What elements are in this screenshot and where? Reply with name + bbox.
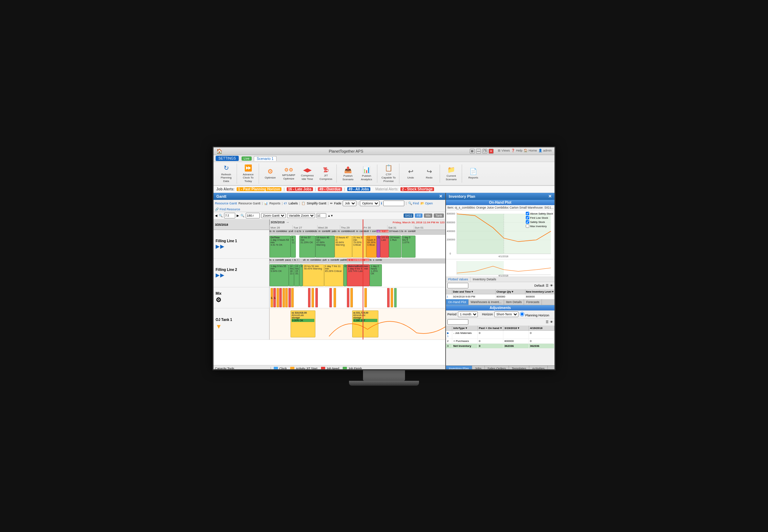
adj-search-input[interactable] bbox=[447, 319, 468, 325]
find-btn[interactable]: 🔍 Find bbox=[408, 202, 419, 205]
zoom-gantt-select[interactable]: Zoom Gantt bbox=[261, 213, 286, 218]
list-item[interactable] bbox=[285, 288, 288, 307]
search-input[interactable] bbox=[383, 201, 404, 206]
tab-templates[interactable]: Templates bbox=[509, 366, 529, 370]
simplify-btn[interactable]: 📋 bbox=[301, 202, 305, 205]
advance-clock-button[interactable]: ⏩ Advance Clock To Today bbox=[239, 163, 257, 184]
past-horizon-badge[interactable]: 1 - Past Planning Horizon bbox=[237, 187, 282, 191]
adj-grid-btn[interactable]: ☰ bbox=[546, 320, 549, 324]
list-item[interactable] bbox=[315, 288, 318, 307]
list-item[interactable] bbox=[350, 288, 353, 307]
list-item[interactable] bbox=[279, 288, 282, 307]
table-row[interactable]: 2 + Purchases 0 800000 0 bbox=[446, 339, 554, 344]
table-row[interactable]: 13 hrs 15 35.10% bbox=[294, 264, 299, 286]
list-item[interactable] bbox=[329, 288, 332, 307]
undo-button[interactable]: ↩ Undo bbox=[402, 165, 420, 182]
plotted-values-tab[interactable]: Plotted Values bbox=[446, 277, 470, 282]
onhand-grid-row[interactable]: 1 3/24/2018 9:00 PM 800000 800000 bbox=[446, 294, 554, 299]
zoom-left-arrow[interactable]: ◀ bbox=[215, 214, 217, 217]
publish-scenario-button[interactable]: 📤 Publish Scenario bbox=[339, 165, 357, 182]
reports-button[interactable]: 📄 Reports bbox=[464, 165, 482, 182]
redo-button[interactable]: ↪ Redo bbox=[420, 165, 438, 182]
tab-sales-orders[interactable]: Sales Orders bbox=[485, 366, 509, 370]
tab-forecasts[interactable]: Forecasts bbox=[524, 299, 542, 305]
table-row[interactable]: 20 hrs 52 min 58.45% Warning bbox=[303, 264, 324, 286]
inv-plan-close-btn[interactable]: ✕ bbox=[548, 194, 552, 199]
window-controls[interactable]: ⊞ — ❐ ✕ ⊞ Views ❓ Help 🏠 Home 👤 admin bbox=[470, 149, 552, 154]
scenario-tab[interactable]: Scenario 1 bbox=[254, 156, 277, 161]
table-row[interactable]: 3 Net Inventory 0 362336 362336 bbox=[446, 344, 554, 349]
table-row[interactable]: 1 day 9 hrs 55 min 9.94% OK bbox=[270, 264, 289, 286]
table-row[interactable]: 32 bbox=[377, 236, 380, 258]
views-link[interactable]: ⊞ Views bbox=[498, 149, 510, 154]
inventory-details-tab[interactable]: Inventory Details bbox=[470, 277, 498, 282]
optimize-button[interactable]: ⚙ Optimize bbox=[261, 165, 279, 182]
tab-inventory-plan[interactable]: Inventory Plan bbox=[446, 366, 472, 370]
list-item[interactable] bbox=[308, 288, 310, 307]
capacity-tools-link[interactable]: Capacity Tools bbox=[215, 367, 271, 370]
planning-horizon-radio[interactable]: Planning Horizon bbox=[520, 312, 549, 317]
grid-view-btn[interactable]: ☰ bbox=[546, 284, 549, 287]
refresh-planning-button[interactable]: ↻ Refresh Planning Data bbox=[217, 163, 235, 184]
find-resource-btn[interactable]: 🔗 Find Resource bbox=[215, 208, 240, 211]
table-row[interactable]: 10 hours 1 Run bbox=[389, 236, 401, 258]
safety-stock-checkbox[interactable] bbox=[526, 220, 529, 224]
resource-gantt-label[interactable]: Resource Gantt bbox=[215, 202, 237, 205]
list-item[interactable] bbox=[391, 288, 393, 307]
home-link[interactable]: 🏠 Home bbox=[524, 149, 537, 154]
fill-filter-btn[interactable]: Fill bbox=[415, 214, 423, 218]
table-row[interactable]: 6 hr 11.79 bbox=[291, 236, 296, 258]
table-row[interactable]: 39 bbox=[299, 264, 303, 286]
table-row[interactable]: 1 day 7 hrs 11 min 85.28% Critical bbox=[324, 264, 343, 286]
list-item[interactable] bbox=[291, 288, 294, 307]
window-minimize-btn[interactable]: — bbox=[476, 149, 481, 154]
admin-link[interactable]: 👤 admin bbox=[538, 149, 552, 154]
list-item[interactable] bbox=[277, 288, 279, 307]
max-inv-checkbox[interactable] bbox=[526, 224, 529, 228]
compress-idle-button[interactable]: ◀▶ Compress Idle Time bbox=[298, 165, 316, 182]
help-link[interactable]: ❓ Help bbox=[511, 149, 522, 154]
list-item[interactable] bbox=[312, 288, 314, 307]
reports-tool-btn[interactable]: 📊 bbox=[264, 202, 268, 205]
grid-search-input[interactable] bbox=[447, 283, 468, 288]
overdue-badge[interactable]: 49 - Overdue bbox=[318, 187, 342, 191]
tab-onhand-plot[interactable]: On-Hand Plot bbox=[446, 299, 469, 305]
stock-shortage-badge[interactable]: 2 - Stock Shortage bbox=[400, 187, 434, 191]
horizon-select[interactable]: Short-Term bbox=[494, 312, 518, 317]
table-row[interactable]: OnTime 1 day 3 hours 53 min 4.91 % OK bbox=[270, 236, 291, 258]
list-item[interactable] bbox=[288, 288, 291, 307]
all-jobs-badge[interactable]: 49 - All Jobs bbox=[347, 187, 371, 191]
publish-analytics-button[interactable]: 📊 Publish Analytics bbox=[357, 165, 376, 182]
mps-mrp-button[interactable]: ⚙⚙ MPS/MRP Optimize bbox=[280, 165, 298, 182]
table-row[interactable]: 18 hours 40 min 47.68% Warning bbox=[315, 236, 335, 258]
options-select[interactable]: Options bbox=[360, 201, 379, 206]
first-low-checkbox[interactable] bbox=[526, 216, 529, 219]
list-item[interactable]: v8 bbox=[273, 288, 276, 307]
tank-filter-btn[interactable]: Tank bbox=[434, 214, 444, 218]
table-row[interactable]: 698.00 bbox=[343, 264, 347, 286]
table-row[interactable]: 16 hrs 57 min 31.29% OK bbox=[299, 236, 315, 258]
list-item[interactable] bbox=[347, 288, 349, 307]
list-item[interactable] bbox=[364, 288, 367, 307]
mix-filter-btn[interactable]: Mix bbox=[424, 214, 432, 218]
table-row[interactable]: 12 hrs 16 22.80% bbox=[289, 264, 294, 286]
current-scenario-button[interactable]: 📁 Current Scenario bbox=[442, 165, 460, 182]
table-row[interactable]: ▶ 1 - Job Materials 0 0 bbox=[446, 331, 554, 339]
tab-jobs[interactable]: Jobs bbox=[472, 366, 485, 370]
window-maximize-btn[interactable]: ❐ bbox=[482, 149, 487, 154]
window-views-btn[interactable]: ⊞ bbox=[470, 149, 475, 154]
list-item[interactable]: v8 bbox=[271, 288, 273, 307]
grid-eye-btn[interactable]: 👁 bbox=[550, 284, 553, 287]
labels-btn[interactable]: 🏷 bbox=[284, 202, 287, 205]
table-row[interactable]: 1 day 2 hours 1.25% OK bbox=[370, 264, 382, 286]
table-row[interactable]: MaterialBottleneck 1 day 4 hrs 51 min 10… bbox=[347, 264, 370, 286]
gantt-close-btn[interactable]: ✕ bbox=[439, 194, 442, 199]
zoom-num-input[interactable] bbox=[316, 213, 326, 218]
tab-item-details[interactable]: Item Details bbox=[504, 299, 524, 305]
tab-warehouses[interactable]: Warehouses & Invent... bbox=[469, 299, 504, 305]
table-row[interactable]: oj 331,728.00 AlmostLate storage 0.266, … bbox=[352, 310, 378, 337]
table-row[interactable]: 1 day 5 hrs 5 1.67% bbox=[402, 236, 416, 258]
table-row[interactable]: 21 hrs 33 min 79.63% Critical bbox=[352, 236, 366, 258]
table-row[interactable]: oj 318,918.00 AlmostLate storage 0.00% O… bbox=[291, 310, 315, 337]
table-row[interactable]: 101.83% Late bbox=[380, 236, 389, 258]
